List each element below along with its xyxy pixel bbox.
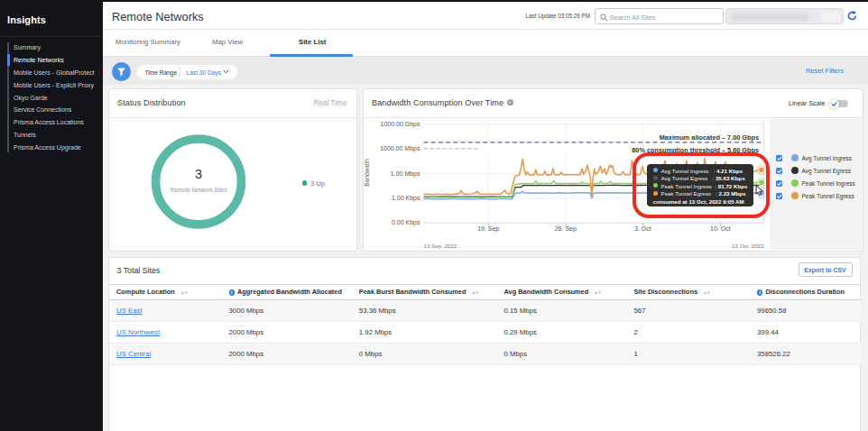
svg-text:Bandwidth: Bandwidth (364, 158, 370, 186)
svg-text:3: 3 (194, 167, 201, 181)
svg-text:1.00 Kbps: 1.00 Kbps (391, 195, 420, 202)
svg-text:3. Oct: 3. Oct (633, 225, 651, 231)
svg-text:0.00 Kbps: 0.00 Kbps (391, 219, 420, 226)
svg-text:1000.00 Mbps: 1000.00 Mbps (380, 145, 420, 152)
svg-text:1000.00 Gbps: 1000.00 Gbps (380, 120, 420, 127)
svg-text:1.00 Mbps: 1.00 Mbps (390, 170, 420, 177)
svg-text:Maximum allocated – 7.00 Gbps: Maximum allocated – 7.00 Gbps (659, 133, 758, 142)
svg-text:19. Sep: 19. Sep (477, 225, 499, 232)
svg-text:Remote Network Sites: Remote Network Sites (170, 187, 226, 193)
svg-text:10. Oct: 10. Oct (710, 225, 731, 231)
svg-text:26. Sep: 26. Sep (554, 225, 576, 232)
svg-text:13 Oct, 2022: 13 Oct, 2022 (732, 242, 764, 248)
svg-text:13 Sep, 2022: 13 Sep, 2022 (423, 242, 457, 248)
